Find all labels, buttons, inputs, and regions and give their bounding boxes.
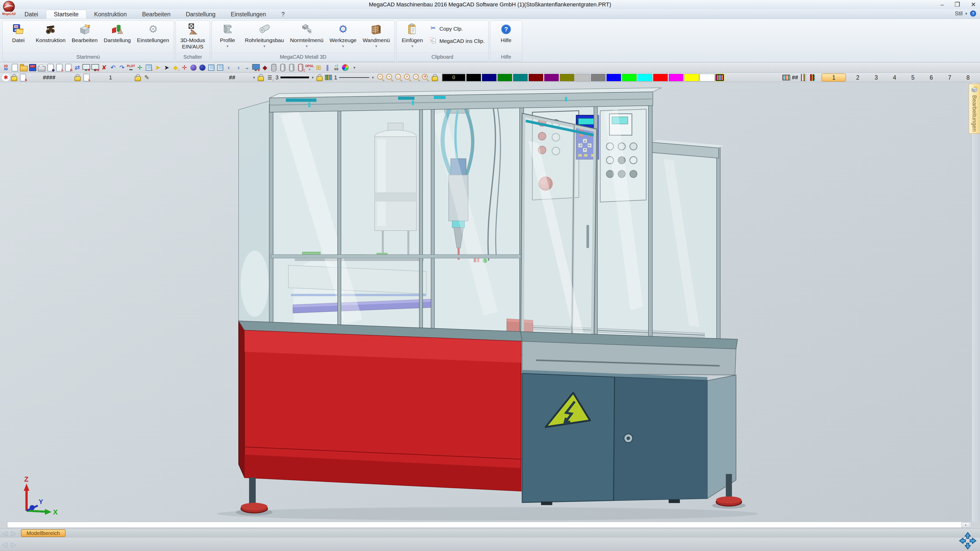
tab-datei[interactable]: Datei — [17, 10, 46, 19]
sheet-nav-right-icon[interactable]: ▷ — [11, 530, 16, 537]
color-swatch-6[interactable] — [560, 74, 574, 81]
color-swatch-13[interactable] — [669, 74, 683, 81]
tool-redraw-screen[interactable]: ✳ — [82, 63, 91, 72]
tool-opengl-settings[interactable]: OPGL● — [305, 63, 314, 72]
color-swatch-5[interactable] — [544, 74, 559, 81]
ribbon-button-3d-modus[interactable]: 3D-ModusEIN/AUS — [177, 22, 208, 50]
style-dropdown-icon[interactable]: ▾ — [965, 11, 967, 16]
tool-cylinder-solid[interactable] — [287, 63, 296, 72]
sample-line-width-sample[interactable] — [280, 76, 309, 78]
tool-zoom-screen[interactable]: 5% — [91, 63, 100, 72]
tool-lock-color[interactable] — [431, 73, 439, 82]
tab-darstellung[interactable]: Darstellung — [178, 10, 223, 19]
tool-texture-view[interactable]: ↳ — [251, 63, 260, 72]
input-end-button[interactable]: ▪ — [962, 522, 970, 528]
tool-lock-linewidth[interactable] — [256, 73, 265, 82]
tool-box-transparent[interactable] — [216, 63, 224, 72]
tab-einstellungen[interactable]: Einstellungen — [223, 10, 274, 19]
command-input[interactable] — [7, 522, 971, 528]
tool-sheet-layout-g[interactable]: G — [64, 63, 73, 72]
ribbon-button-megacad-ins-clip[interactable]: 66MegaCAD ins Clip. — [427, 35, 487, 45]
tool-select-elements[interactable]: ➤ — [153, 63, 162, 72]
tool-sphere-view[interactable] — [198, 63, 207, 72]
sample-line-type-sample[interactable] — [339, 77, 369, 78]
tool-color-dialog[interactable] — [715, 73, 724, 82]
restore-button[interactable]: ❐ — [955, 0, 960, 9]
tool-print-preview[interactable]: ◉ — [46, 63, 55, 72]
close-button[interactable]: ✕ — [971, 0, 976, 9]
tool-plot[interactable]: PLOT▬ — [127, 63, 135, 72]
tool-sphere-wire-1[interactable]: ◐ — [225, 63, 234, 72]
tool-cylinder-section[interactable]: ¦ — [296, 63, 305, 72]
tool-redo[interactable]: ↷ — [118, 63, 126, 72]
tool-zoom-undo[interactable]: ↺ — [422, 73, 430, 82]
ribbon-button-bearbeiten[interactable]: Bearbeiten — [68, 22, 101, 44]
color-swatch-11[interactable] — [638, 74, 652, 81]
sheet-button-3[interactable]: 3 — [871, 74, 881, 81]
right-scrollbar[interactable] — [971, 82, 980, 521]
color-swatch-8[interactable] — [591, 74, 606, 81]
model-space-tab[interactable]: Modellbereich — [21, 529, 65, 537]
tool-sphere-wire-3[interactable]: ◒ — [243, 63, 251, 72]
dropdown-arrow-icon[interactable]: ▾ — [253, 75, 255, 80]
color-swatch-0[interactable] — [466, 74, 481, 81]
tool-sheet-layout-l[interactable]: L — [55, 63, 64, 72]
ribbon-button-einf-gen[interactable]: Einfügen▾ — [398, 22, 427, 49]
megacad-logo-icon[interactable]: MegaCAD — [2, 0, 16, 16]
tab-startseite[interactable]: Startseite — [46, 10, 86, 19]
ribbon-button-copy-clp[interactable]: ✂Copy Clp. — [427, 23, 487, 33]
tool-line-type-icon[interactable] — [324, 73, 333, 82]
ribbon-button-profile[interactable]: Profile▾ — [213, 22, 242, 49]
tool-zoom-previous[interactable]: − — [413, 73, 422, 82]
color-swatch-7[interactable] — [575, 74, 590, 81]
toolbar-overflow-icon[interactable]: ▾ — [353, 65, 355, 70]
sheet-button-5[interactable]: 5 — [908, 74, 918, 81]
tool-undo[interactable]: ↶ — [109, 63, 118, 72]
color-swatch-10[interactable] — [622, 74, 637, 81]
sheet-button-4[interactable]: 4 — [889, 74, 900, 81]
tool-sphere-wire-2[interactable]: ◑ — [234, 63, 242, 72]
tool-save-file-prt[interactable]: PRT — [28, 63, 37, 72]
dropdown-arrow-icon[interactable]: ▾ — [372, 75, 374, 80]
tool-zoom-out[interactable]: − — [377, 73, 386, 82]
tool-open-file[interactable] — [19, 63, 28, 72]
ribbon-button-datei[interactable]: PRTDatei — [4, 22, 33, 44]
tool-zoom-window[interactable]: ▪ — [386, 73, 395, 82]
style-label[interactable]: Stil — [955, 10, 963, 17]
model-viewport[interactable]: Z X Y — [0, 82, 971, 521]
tool-zoom-extents[interactable]: ↔ — [395, 73, 404, 82]
ribbon-button-konstruktion[interactable]: Konstruktion — [33, 22, 68, 44]
tool-color-bars[interactable] — [808, 73, 817, 82]
tool-zoom-in[interactable]: + — [404, 73, 412, 82]
tool-move-z[interactable]: ◆↑ — [171, 63, 180, 72]
color-swatch-15[interactable] — [700, 74, 714, 81]
tool-pen-edit[interactable]: ✎ — [142, 73, 151, 82]
minimize-button[interactable]: – — [940, 0, 944, 9]
tool-attribute-marker[interactable]: ✱ — [2, 74, 10, 81]
tool-lock-linetype[interactable] — [315, 73, 324, 82]
color-swatch-2[interactable] — [497, 74, 512, 81]
color-swatch-14[interactable] — [684, 74, 699, 81]
tool-lock-pen[interactable] — [134, 73, 142, 82]
tab-konstruktion[interactable]: Konstruktion — [86, 10, 135, 19]
tool-print[interactable] — [37, 63, 46, 72]
ribbon-button-rohrleitungsbau[interactable]: Rohrleitungsbau▾ — [242, 22, 287, 49]
tool-sheet-format[interactable]: L — [82, 73, 91, 82]
tool-color-wheel[interactable] — [341, 63, 350, 72]
ribbon-button-einstellungen[interactable]: ⚙Einstellungen — [134, 22, 172, 44]
tool-new-file[interactable] — [11, 63, 19, 72]
tool-lock-sheet[interactable] — [73, 73, 82, 82]
ribbon-button-werkzeuge[interactable]: ⚙Werkzeuge▾ — [326, 22, 360, 49]
ribbon-button-hilfe[interactable]: ?Hilfe — [492, 22, 520, 44]
tool-toggle-2d-3d[interactable]: 2D3D — [2, 63, 10, 72]
tool-snap-settings[interactable]: +7bS — [332, 63, 341, 72]
ribbon-button-normteilmen[interactable]: Normteilmenü▾ — [287, 22, 326, 49]
tool-delete-marker[interactable]: ✘ — [100, 63, 108, 72]
tool-shade-view[interactable]: ◆ — [261, 63, 269, 72]
pan-icon[interactable] — [959, 532, 977, 550]
tool-ref-columns[interactable]: ∥ — [323, 63, 332, 72]
tool-text-style[interactable]: S — [19, 73, 27, 82]
tool-cylinder-shaded[interactable] — [278, 63, 287, 72]
sheet-button-8[interactable]: 8 — [963, 74, 973, 81]
tool-color-list[interactable] — [799, 73, 808, 82]
